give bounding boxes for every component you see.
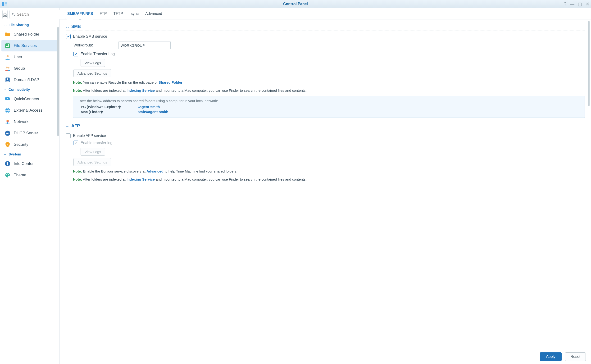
sidebar-item-shared-folder[interactable]: Shared Folder <box>0 29 59 40</box>
tab-rsync[interactable]: rsync <box>126 8 142 19</box>
content-scrollbar[interactable] <box>588 21 590 106</box>
reset-button[interactable]: Reset <box>565 352 586 361</box>
search-box[interactable] <box>9 10 66 19</box>
chevron-up-icon: ︿ <box>4 152 7 156</box>
link-shared-folder[interactable]: Shared Folder <box>159 80 182 84</box>
group-icon <box>4 65 11 72</box>
window-title: Control Panel <box>0 2 591 6</box>
checkbox-enable-transfer-log-afp <box>73 141 78 145</box>
section-title: SMB <box>71 24 81 29</box>
home-button[interactable] <box>2 10 7 19</box>
minimize-icon[interactable]: — <box>570 2 574 6</box>
label-workgroup: Workgroup: <box>73 43 109 47</box>
sidebar-item-label: Domain/LDAP <box>14 78 39 82</box>
svg-point-16 <box>8 133 9 134</box>
svg-point-6 <box>7 55 9 57</box>
label-enable-afp: Enable AFP service <box>73 134 106 138</box>
sidebar-group-file-sharing[interactable]: ︿ File Sharing <box>0 21 59 29</box>
domain-ldap-icon <box>4 77 11 83</box>
tab-ftp[interactable]: FTP <box>96 8 110 19</box>
checkbox-enable-afp[interactable] <box>66 133 71 138</box>
globe-icon <box>4 107 11 114</box>
note-smb-indexing: Note: After folders are indexed at Index… <box>73 88 585 93</box>
sidebar-item-quickconnect[interactable]: QuickConnect <box>0 93 59 105</box>
button-view-logs[interactable]: View Logs <box>81 59 105 67</box>
network-icon <box>4 118 11 125</box>
note-afp-indexing: Note: After folders are indexed at Index… <box>73 176 585 182</box>
sidebar-item-user[interactable]: User <box>0 52 59 63</box>
apply-button[interactable]: Apply <box>540 352 562 361</box>
label-enable-transfer-log: Enable Transfer Log <box>81 52 115 56</box>
home-icon <box>3 12 7 17</box>
sidebar-scrollbar[interactable] <box>57 27 59 136</box>
chevron-up-icon: ︿ <box>66 25 69 29</box>
sidebar-item-label: User <box>14 55 22 59</box>
address-hint: Enter the below address to access shared… <box>78 99 580 103</box>
svg-rect-0 <box>2 2 4 6</box>
link-advanced[interactable]: Advanced <box>146 169 163 173</box>
svg-rect-18 <box>7 163 8 165</box>
sidebar-item-label: File Services <box>14 43 37 48</box>
close-icon[interactable]: ✕ <box>585 2 590 6</box>
quickconnect-icon <box>4 96 11 102</box>
link-indexing-service[interactable]: Indexing Service <box>127 88 155 92</box>
svg-point-8 <box>8 67 9 69</box>
sidebar-item-label: Network <box>14 119 28 124</box>
svg-rect-1 <box>5 2 7 4</box>
link-indexing-service[interactable]: Indexing Service <box>127 177 155 181</box>
button-advanced-settings-afp: Advanced Settings <box>73 158 111 166</box>
button-advanced-settings-smb[interactable]: Advanced Settings <box>73 69 111 77</box>
maximize-icon[interactable]: ▢ <box>578 2 582 6</box>
svg-rect-2 <box>5 4 7 6</box>
window-titlebar: Control Panel ? — ▢ ✕ <box>0 0 591 8</box>
sidebar-item-theme[interactable]: Theme <box>0 169 59 181</box>
dhcp-icon <box>4 130 11 136</box>
sidebar-item-domain-ldap[interactable]: Domain/LDAP <box>0 74 59 85</box>
search-input[interactable] <box>17 12 64 17</box>
sidebar-item-label: DHCP Server <box>14 131 38 136</box>
tab-tftp[interactable]: TFTP <box>110 8 126 19</box>
sidebar-group-system[interactable]: ︿ System <box>0 150 59 158</box>
svg-point-7 <box>6 67 8 68</box>
tab-label: FTP <box>99 12 107 16</box>
note-smb-recycle: Note: You can enable Recycle Bin on the … <box>73 80 585 85</box>
label-pc-address: PC (Windows Explorer): <box>81 105 133 109</box>
tab-advanced[interactable]: Advanced <box>142 8 165 19</box>
footer: Apply Reset <box>60 349 591 364</box>
checkbox-enable-transfer-log[interactable] <box>73 52 78 56</box>
section-header-afp[interactable]: ︿ AFP <box>66 122 585 130</box>
info-icon <box>4 160 11 167</box>
sidebar-group-label: System <box>8 152 21 156</box>
tab-smb-afp-nfs[interactable]: SMB/AFP/NFS <box>64 8 96 19</box>
svg-point-20 <box>6 174 7 175</box>
label-mac-address: Mac (Finder): <box>81 110 133 114</box>
sidebar-item-group[interactable]: Group <box>0 63 59 74</box>
input-workgroup[interactable] <box>118 41 171 49</box>
label-enable-transfer-log-afp: Enable transfer log <box>81 141 112 145</box>
chevron-up-icon: ︿ <box>66 124 69 128</box>
tab-label: SMB/AFP/NFS <box>67 12 93 16</box>
sidebar-item-security[interactable]: Security <box>0 139 59 150</box>
sidebar-group-connectivity[interactable]: ︿ Connectivity <box>0 85 59 93</box>
shield-icon <box>4 141 11 148</box>
sidebar-item-file-services[interactable]: File Services <box>1 40 58 52</box>
checkbox-enable-smb[interactable] <box>66 34 71 39</box>
svg-point-22 <box>8 174 9 175</box>
help-icon[interactable]: ? <box>564 2 566 6</box>
svg-point-21 <box>7 174 8 174</box>
sidebar-item-external-access[interactable]: External Access <box>0 105 59 116</box>
value-pc-address: \\agent-smith <box>138 105 160 109</box>
note-afp-bonjour: Note: Enable the Bonjour service discove… <box>73 169 585 174</box>
tab-label: rsync <box>130 12 139 16</box>
app-icon <box>1 1 8 7</box>
chevron-up-icon: ︿ <box>4 87 7 91</box>
sidebar-item-dhcp-server[interactable]: DHCP Server <box>0 128 59 139</box>
svg-point-15 <box>7 133 8 134</box>
sidebar-group-label: File Sharing <box>8 23 29 27</box>
svg-point-19 <box>7 162 8 163</box>
sidebar-item-network[interactable]: Network <box>0 116 59 128</box>
section-header-smb[interactable]: ︿ SMB <box>66 23 585 31</box>
sidebar: ︿ File Sharing Shared Folder File Servic… <box>0 8 60 364</box>
section-title: AFP <box>71 124 80 129</box>
sidebar-item-info-center[interactable]: Info Center <box>0 158 59 169</box>
